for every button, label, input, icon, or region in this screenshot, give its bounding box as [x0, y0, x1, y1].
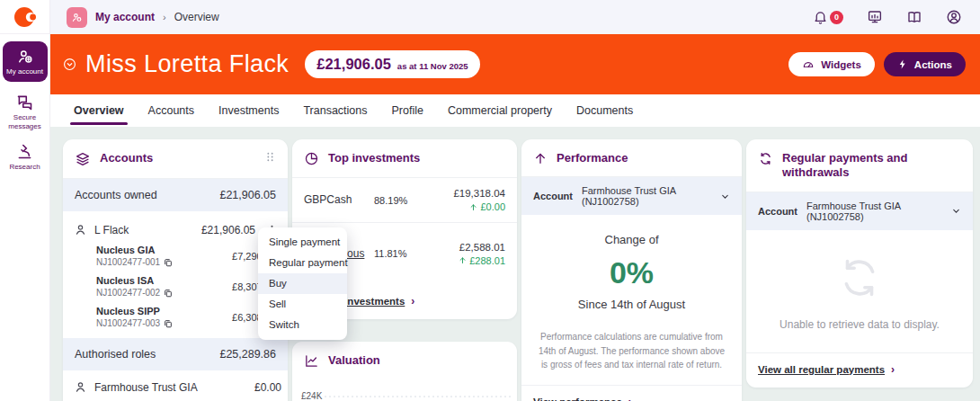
sidebar: My account Secure messages Research: [0, 0, 50, 401]
product-row: Nucleus GIA NJ1002477-001 £7,290.00: [63, 241, 288, 272]
top-investments-title: Top investments: [328, 151, 420, 165]
product-row: Nucleus SIPP NJ1002477-003 £6,308.76: [63, 302, 288, 338]
product-number: NJ1002477-003: [96, 318, 160, 328]
widgets-button[interactable]: Widgets: [788, 52, 875, 76]
book-icon[interactable]: [906, 9, 922, 25]
product-number: NJ1002477-002: [96, 288, 160, 298]
owner-value: £21,906.05: [201, 224, 255, 236]
account-actions-menu: Single payment Regular payment Buy Sell …: [258, 227, 347, 340]
investment-pct: 88.19%: [374, 195, 407, 206]
monitor-chart-icon[interactable]: [867, 9, 883, 25]
actions-button-label: Actions: [914, 59, 952, 70]
topbar-icons: 0: [813, 9, 962, 25]
chevron-right-icon[interactable]: ›: [411, 295, 414, 307]
chevron-down-icon: [720, 192, 730, 201]
menu-item-buy[interactable]: Buy: [258, 273, 347, 294]
copy-icon[interactable]: [164, 258, 173, 267]
account-label: Account: [533, 191, 573, 201]
valuation-card: Valuation £24K£21K£18K: [292, 342, 517, 401]
my-account-app-icon[interactable]: [67, 7, 87, 28]
profile-icon[interactable]: [946, 9, 962, 25]
regular-payments-card: Regular payments and withdrawals Account…: [746, 139, 973, 388]
notifications-button[interactable]: 0: [813, 10, 843, 25]
valuation-title: Valuation: [328, 353, 380, 368]
regular-payments-title: Regular payments and withdrawals: [782, 151, 953, 181]
tab-accounts[interactable]: Accounts: [148, 94, 194, 127]
performance-disclaimer: Performance calculations are cumulative …: [521, 316, 742, 385]
menu-item-single-payment[interactable]: Single payment: [258, 232, 347, 253]
nucleus-logo-icon: [13, 4, 38, 30]
actions-button[interactable]: Actions: [884, 52, 966, 76]
performance-account-selector[interactable]: Account Farmhouse Trust GIA (NJ1002758): [521, 177, 742, 215]
person-icon: [74, 223, 87, 236]
tab-profile[interactable]: Profile: [392, 94, 423, 127]
authorised-roles-value: £25,289.86: [219, 348, 276, 361]
tab-investments[interactable]: Investments: [218, 94, 279, 127]
copy-icon[interactable]: [164, 319, 173, 328]
performance-change-value: 0%: [530, 255, 733, 290]
tab-commercial-property[interactable]: Commercial property: [448, 94, 552, 127]
menu-item-sell[interactable]: Sell: [258, 294, 347, 315]
valuation-chart: £24K£21K£18K: [292, 383, 517, 401]
layers-icon: [75, 151, 91, 167]
sidebar-item-my-account[interactable]: My account: [3, 41, 48, 82]
chevron-right-icon[interactable]: ›: [628, 396, 632, 401]
investment-row: GBPCash 88.19% £19,318.04 £0.00: [292, 178, 517, 223]
account-label: Account: [758, 206, 797, 217]
chevron-right-icon[interactable]: ›: [891, 363, 895, 376]
sidebar-item-secure-messages[interactable]: Secure messages: [3, 93, 48, 131]
cycle-icon: [835, 254, 884, 302]
cycle-icon: [758, 151, 773, 166]
drag-handle-icon[interactable]: [264, 151, 276, 163]
nucleus-logo[interactable]: [0, 0, 49, 34]
sidebar-item-label: Research: [9, 163, 40, 171]
copy-icon[interactable]: [164, 289, 173, 298]
topbar: My account › Overview 0: [50, 0, 980, 34]
performance-card: Performance Account Farmhouse Trust GIA …: [521, 139, 742, 401]
product-name[interactable]: Nucleus ISA: [96, 275, 232, 286]
header-actions: Widgets Actions: [788, 52, 966, 76]
my-account-icon: [16, 48, 34, 66]
menu-item-regular-payment[interactable]: Regular payment: [258, 253, 347, 273]
client-name: Miss Loretta Flack: [85, 50, 289, 78]
empty-state-message: Unable to retrieve data to display.: [780, 318, 940, 331]
collapse-chevron-circle-icon[interactable]: [63, 58, 76, 71]
arrow-up-icon: [459, 256, 467, 264]
product-row: Nucleus ISA NJ1002477-002 £8,307.29: [63, 272, 288, 302]
owner-row: L Flack £21,906.05: [63, 211, 288, 241]
sidebar-item-label: Secure messages: [8, 113, 40, 130]
view-all-regular-payments-link: View all regular payments ›: [746, 352, 973, 388]
tab-overview[interactable]: Overview: [74, 94, 124, 127]
investment-change: £0.00: [480, 201, 505, 212]
regular-payments-empty-state: Unable to retrieve data to display.: [746, 230, 973, 352]
owner-name[interactable]: L Flack: [94, 224, 194, 236]
role-owner-row: Farmhouse Trust GIA £0.00: [63, 370, 288, 397]
investment-name: GBPCash: [304, 193, 369, 208]
view-performance-link: View performance ›: [521, 385, 742, 401]
bell-icon: [813, 10, 828, 25]
performance-title: Performance: [557, 151, 628, 165]
pie-chart-icon: [304, 151, 319, 166]
tab-transactions[interactable]: Transactions: [303, 94, 367, 127]
accounts-card-title: Accounts: [100, 151, 153, 165]
accounts-owned-label: Accounts owned: [75, 189, 157, 201]
breadcrumb-section[interactable]: My account: [95, 11, 155, 23]
accounts-card: Accounts Accounts owned £21,906.05: [63, 139, 288, 401]
total-value-pill: £21,906.05 as at 11 Nov 2025: [305, 50, 479, 78]
role-owner-name[interactable]: Farmhouse Trust GIA: [94, 381, 247, 394]
tab-documents[interactable]: Documents: [576, 94, 633, 127]
product-name[interactable]: Nucleus SIPP: [96, 306, 232, 316]
account-value: Farmhouse Trust GIA (NJ1002758): [806, 200, 940, 222]
app-window: My account Secure messages Research: [0, 0, 980, 401]
sidebar-item-research[interactable]: Research: [3, 142, 48, 172]
valuation-date: as at 11 Nov 2025: [397, 61, 468, 71]
product-name[interactable]: Nucleus GIA: [96, 245, 232, 255]
widgets-button-label: Widgets: [821, 59, 861, 70]
research-icon: [15, 142, 34, 161]
account-value: Farmhouse Trust GIA (NJ1002758): [582, 185, 709, 207]
client-header: Miss Loretta Flack £21,906.05 as at 11 N…: [50, 34, 980, 94]
regular-payments-account-selector[interactable]: Account Farmhouse Trust GIA (NJ1002758): [746, 192, 973, 230]
investment-change: £288.01: [469, 255, 505, 266]
authorised-roles-label: Authorised roles: [75, 348, 156, 361]
menu-item-switch[interactable]: Switch: [258, 315, 347, 335]
